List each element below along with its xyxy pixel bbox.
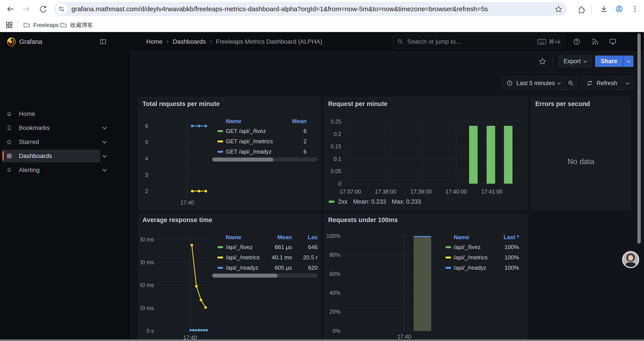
panel-legend: Name Mean GET /api/_/livez 6 GET /api/_/… (212, 117, 318, 162)
panel-total-requests[interactable]: Total requests per minute 6543217:40 Nam… (138, 97, 321, 210)
bookmark-folder-freeleaps[interactable]: Freeleaps (23, 18, 59, 32)
legend-row[interactable]: GET /api/_/livez 6 (212, 126, 318, 136)
series-mean: 2 (280, 138, 318, 145)
monitor-icon[interactable] (608, 38, 617, 46)
panel-avg-response-time[interactable]: Average response time 80 ms60 ms40 ms20 … (138, 213, 321, 341)
url-text[interactable]: grafana.mathmast.com/d/deytv4rwavabkb/fr… (72, 5, 554, 13)
panel-request-per-minute[interactable]: Request per minute 0.250.20.150.10.05017… (324, 97, 527, 210)
sidebar-item-label: Home (19, 110, 35, 117)
apps-grid-icon[interactable] (5, 21, 14, 30)
assistant-avatar[interactable] (622, 251, 639, 268)
legend-row[interactable]: GET /api/_/readyz 6 (212, 147, 318, 157)
series-name[interactable]: /api/_/metrics (226, 254, 261, 261)
clock-icon (506, 80, 513, 87)
refresh-interval-button[interactable] (622, 77, 633, 90)
legend-header-mean[interactable]: Mean (261, 234, 292, 241)
panel-requests-under-100ms[interactable]: Requests under 100ms 100%80%60%40%20%0%1… (324, 213, 527, 341)
bookmark-star-icon[interactable] (554, 5, 562, 13)
grafana-logo[interactable] (6, 36, 17, 47)
svg-text:60 ms: 60 ms (140, 259, 154, 265)
scrollbar-thumb[interactable] (212, 274, 278, 278)
svg-text:17:40:00: 17:40:00 (446, 188, 467, 195)
breadcrumb-dashboards[interactable]: Dashboards (173, 38, 206, 45)
legend-header-last[interactable]: Last * (490, 234, 524, 241)
sidebar-toggle-icon[interactable] (99, 38, 107, 46)
panel-title[interactable]: Errors per second (535, 100, 590, 108)
sidebar-item-bookmarks[interactable]: Bookmarks (2, 122, 109, 134)
legend-header-last[interactable]: Las (297, 234, 318, 241)
series-name[interactable]: /api/_/readyz (226, 264, 261, 271)
legend-row[interactable]: /api/_/metrics 100% (440, 252, 524, 263)
export-label: Export (564, 58, 581, 65)
panel-errors-per-second[interactable]: Errors per second No data (531, 97, 631, 210)
scrollbar-thumb[interactable] (212, 158, 273, 162)
zoom-out-button[interactable] (564, 77, 577, 90)
svg-text:0%: 0% (332, 328, 340, 334)
svg-text:17:40: 17:40 (398, 333, 411, 340)
series-name[interactable]: GET /api/_/readyz (226, 148, 280, 155)
legend-scrollbar[interactable] (212, 158, 318, 162)
panel-title[interactable]: Total requests per minute (142, 100, 220, 108)
site-settings-icon[interactable] (56, 3, 67, 15)
downloads-icon[interactable] (600, 5, 608, 14)
series-swatch (218, 151, 223, 153)
refresh-button[interactable]: Refresh (582, 77, 622, 90)
share-menu-button[interactable] (623, 56, 634, 67)
chart-under-100ms: 100%80%60%40%20%0%17:40 (326, 227, 440, 341)
expand-chevron-icon[interactable] (100, 164, 109, 176)
page-scrollbar[interactable] (638, 33, 641, 244)
expand-chevron-icon[interactable] (100, 136, 109, 148)
series-last: 100% (490, 244, 524, 251)
panel-title[interactable]: Request per minute (328, 100, 388, 108)
chart-request-per-minute: 0.250.20.150.10.05017:37:0017:38:0017:39… (326, 112, 522, 199)
forward-icon[interactable] (22, 5, 31, 14)
sidebar-item-alerting[interactable]: Alerting (2, 164, 109, 176)
series-name[interactable]: 2xx (338, 198, 348, 205)
breadcrumb-home[interactable]: Home (146, 38, 163, 45)
back-icon[interactable] (6, 5, 14, 14)
legend-header-mean[interactable]: Mean (280, 118, 318, 125)
legend-row[interactable]: /api/_/readyz 605 µs 620 (212, 263, 318, 273)
series-swatch (446, 246, 451, 248)
legend-scrollbar[interactable] (212, 274, 318, 278)
bookmark-folder-blogs[interactable]: 收藏博客 (60, 18, 93, 32)
menu-dots-icon[interactable] (631, 5, 640, 14)
help-icon[interactable] (572, 38, 581, 46)
extensions-icon[interactable] (576, 5, 585, 14)
legend-row[interactable]: GET /api/_/metrics 2 (212, 136, 318, 147)
url-bar[interactable]: grafana.mathmast.com/d/deytv4rwavabkb/fr… (54, 2, 567, 16)
legend-row[interactable]: /api/_/readyz 100% (440, 263, 524, 273)
legend-row[interactable]: /api/_/livez 661 µs 646 (212, 242, 318, 252)
profile-icon[interactable] (615, 5, 624, 14)
panel-title[interactable]: Average response time (142, 216, 212, 224)
time-range-picker[interactable]: Last 5 minutes (502, 80, 564, 87)
panel-legend[interactable]: 2xx Mean: 0.233 Max: 0.233 (328, 197, 421, 206)
series-name[interactable]: /api/_/livez (454, 244, 490, 251)
series-name[interactable]: GET /api/_/livez (226, 128, 280, 135)
expand-chevron-icon[interactable] (100, 122, 109, 134)
expand-chevron (100, 108, 109, 120)
legend-row[interactable]: /api/_/livez 100% (440, 242, 524, 252)
expand-chevron-icon[interactable] (100, 150, 109, 162)
legend-header-name[interactable]: Name (226, 118, 280, 125)
legend-header-name[interactable]: Name (454, 234, 490, 241)
news-rss-icon[interactable] (591, 38, 599, 46)
search-box[interactable]: ⌘+k (393, 35, 565, 49)
svg-text:40 ms: 40 ms (140, 282, 154, 288)
sidebar-item-dashboards[interactable]: Dashboards (2, 150, 109, 162)
chart-total-requests: 6543217:40 (140, 111, 212, 209)
favorite-star-icon[interactable] (538, 57, 547, 65)
series-name[interactable]: /api/_/metrics (454, 254, 490, 261)
search-input[interactable] (407, 38, 537, 46)
series-name[interactable]: GET /api/_/metrics (226, 138, 280, 145)
share-button[interactable]: Share (595, 56, 623, 67)
legend-row[interactable]: /api/_/metrics 40.1 ms 20.5 r (212, 252, 318, 263)
sidebar-item-starred[interactable]: Starred (2, 136, 109, 148)
panel-title[interactable]: Requests under 100ms (328, 216, 398, 224)
sidebar-item-home[interactable]: Home (2, 108, 109, 120)
series-name[interactable]: /api/_/livez (226, 244, 261, 251)
export-button[interactable]: Export (558, 56, 592, 67)
legend-header-name[interactable]: Name (226, 234, 261, 241)
reload-icon[interactable] (38, 5, 47, 14)
series-name[interactable]: /api/_/readyz (454, 264, 490, 271)
